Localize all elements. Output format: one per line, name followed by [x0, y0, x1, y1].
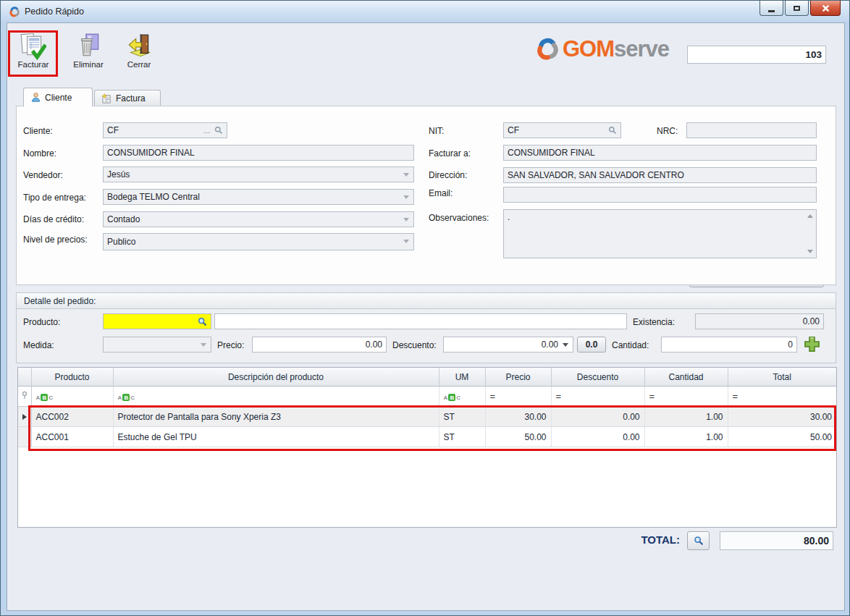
cliente-label: Cliente: [23, 126, 53, 136]
order-items-grid: Producto Descripción del producto UM Pre… [17, 367, 837, 528]
facturar-a-field[interactable]: CONSUMIDOR FINAL [503, 145, 817, 161]
existencia-field: 0.00 [695, 313, 824, 329]
cell-um[interactable]: ST [439, 427, 485, 447]
cliente-field[interactable]: CF ... [103, 122, 227, 138]
add-item-button[interactable] [802, 334, 822, 354]
nombre-field[interactable]: CONSUMIDOR FINAL [103, 145, 414, 161]
nrc-label: NRC: [657, 126, 678, 136]
nivel-precios-select[interactable]: Publico [103, 233, 414, 250]
eliminar-button[interactable]: Eliminar [66, 33, 111, 69]
descuento-label: Descuento: [392, 340, 437, 350]
facturar-button[interactable]: Facturar [11, 33, 56, 69]
cantidad-field[interactable]: 0 [661, 337, 797, 353]
descuento-dropdown-icon[interactable] [563, 343, 568, 347]
grid-row-acc002[interactable]: ACC002 Protector de Pantalla para Sony X… [18, 407, 836, 427]
maximize-button[interactable] [785, 1, 809, 16]
vendedor-select[interactable]: Jesús [103, 166, 414, 182]
cell-cantidad[interactable]: 1.00 [644, 427, 728, 447]
logo-text-serve: serve [614, 36, 669, 62]
gomserve-logo: GOM serve [534, 35, 669, 64]
titlebar[interactable]: Pedido Rápido [1, 1, 849, 22]
pedido-rapido-window: Pedido Rápido Facturar [0, 0, 850, 616]
filter-producto[interactable]: ABC [31, 387, 113, 407]
cell-um[interactable]: ST [439, 407, 485, 427]
medida-dropdown-icon[interactable] [201, 343, 206, 347]
tab-factura[interactable]: Factura [94, 90, 161, 106]
abc-filter-icon: ABC [118, 394, 135, 401]
dias-credito-dropdown-icon[interactable] [403, 218, 409, 221]
cell-precio[interactable]: 30.00 [485, 407, 551, 427]
producto-search-icon[interactable] [198, 317, 207, 326]
cell-precio[interactable]: 50.00 [485, 427, 551, 447]
observaciones-scroll-down-icon[interactable] [807, 250, 813, 253]
cerrar-button[interactable]: Cerrar [117, 33, 161, 69]
cell-total[interactable]: 30.00 [728, 407, 836, 427]
cell-cantidad[interactable]: 1.00 [644, 407, 728, 427]
nivel-precios-label: Nivel de precios: [23, 235, 88, 245]
medida-select[interactable] [103, 337, 211, 353]
cell-descripcion[interactable]: Protector de Pantalla para Sony Xperia Z… [113, 407, 439, 427]
tipo-entrega-select[interactable]: Bodega TELMO Central [103, 189, 414, 205]
descuento-field[interactable]: 0.00 [443, 337, 573, 353]
nivel-precios-dropdown-icon[interactable] [403, 240, 409, 243]
col-total[interactable]: Total [728, 368, 836, 387]
abc-filter-icon: ABC [444, 394, 461, 401]
col-um[interactable]: UM [439, 368, 485, 387]
cliente-ellipsis-button[interactable]: ... [203, 126, 210, 135]
producto-label: Producto: [23, 317, 60, 327]
col-precio[interactable]: Precio [485, 368, 551, 387]
cell-descuento[interactable]: 0.00 [551, 427, 644, 447]
dias-credito-value: Contado [107, 214, 140, 224]
grid-header-row: Producto Descripción del producto UM Pre… [18, 368, 836, 387]
cell-descripcion[interactable]: Estuche de Gel TPU [113, 427, 439, 447]
exit-door-icon [126, 33, 152, 60]
nit-label: NIT: [429, 126, 444, 136]
nrc-field[interactable] [686, 122, 817, 138]
tipo-entrega-dropdown-icon[interactable] [403, 195, 409, 199]
cell-descuento[interactable]: 0.00 [551, 407, 644, 427]
email-field[interactable] [503, 187, 817, 203]
vendedor-value: Jesús [107, 169, 130, 180]
filter-total[interactable]: = [728, 387, 836, 407]
filter-descuento[interactable]: = [551, 387, 644, 407]
nit-search-icon[interactable] [608, 126, 617, 135]
document-number-field[interactable]: 103 [687, 46, 826, 64]
col-descuento[interactable]: Descuento [551, 368, 644, 387]
minimize-button[interactable] [759, 1, 783, 16]
vendedor-label: Vendedor: [23, 170, 63, 180]
observaciones-scroll-up-icon[interactable] [807, 214, 813, 218]
close-button[interactable] [810, 1, 841, 16]
tipo-entrega-label: Tipo de entrega: [23, 193, 86, 203]
filter-um[interactable]: ABC [439, 387, 485, 407]
producto-search-field[interactable] [103, 313, 211, 329]
cell-producto[interactable]: ACC002 [31, 407, 113, 427]
observaciones-field[interactable]: . [503, 209, 817, 258]
cell-total[interactable]: 50.00 [728, 427, 836, 447]
window-content: Facturar Eliminar Cerrar [7, 22, 845, 611]
vendedor-dropdown-icon[interactable] [403, 173, 409, 177]
col-cantidad[interactable]: Cantidad [644, 368, 728, 387]
total-search-button[interactable] [687, 531, 710, 550]
cliente-search-icon[interactable] [214, 126, 223, 135]
equals-filter-icon: = [733, 391, 739, 402]
col-descripcion[interactable]: Descripción del producto [113, 368, 439, 387]
producto-descripcion-field[interactable] [214, 313, 627, 329]
cantidad-label: Cantidad: [612, 340, 649, 350]
nit-field[interactable]: CF [503, 122, 621, 138]
col-producto[interactable]: Producto [31, 368, 113, 387]
precio-field[interactable]: 0.00 [252, 337, 387, 353]
cell-producto[interactable]: ACC001 [31, 427, 113, 447]
eliminar-label: Eliminar [73, 60, 104, 69]
grid-row-acc001[interactable]: ACC001 Estuche de Gel TPU ST 50.00 0.00 … [18, 427, 836, 447]
tab-cliente[interactable]: Cliente [23, 88, 93, 106]
direccion-label: Dirección: [429, 170, 467, 180]
minimize-icon [768, 10, 775, 12]
filter-precio[interactable]: = [485, 387, 551, 407]
filter-descripcion[interactable]: ABC [113, 387, 439, 407]
filter-cantidad[interactable]: = [644, 387, 728, 407]
descuento-pct-button[interactable]: 0.0 [577, 337, 606, 353]
nombre-label: Nombre: [23, 148, 56, 159]
maximize-icon [794, 6, 800, 11]
direccion-field[interactable]: SAN SALVADOR, SAN SALVADOR CENTRO [503, 167, 817, 183]
dias-credito-select[interactable]: Contado [103, 211, 414, 227]
